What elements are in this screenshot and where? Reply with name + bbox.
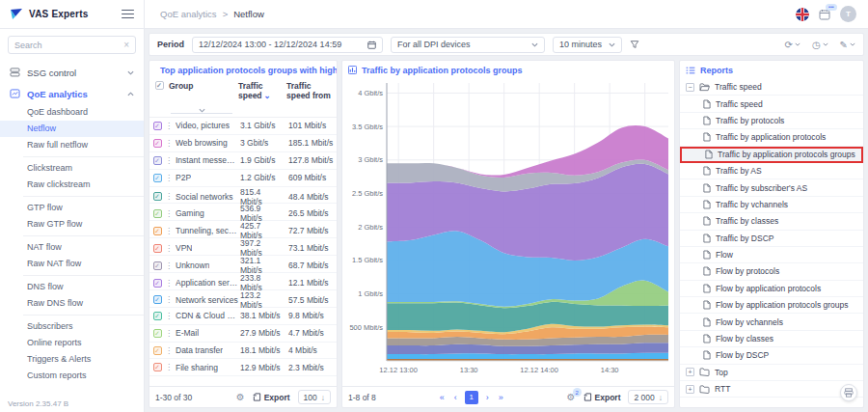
row-menu-kebab-icon[interactable]: ⋮ (165, 209, 173, 218)
row-menu-kebab-icon[interactable]: ⋮ (165, 244, 173, 253)
table-row-e-mail[interactable]: ✓⋮E-Mail27.9 Mbit/s4.7 Mbit/s (149, 325, 337, 343)
current-page-button[interactable]: 1 (465, 391, 478, 404)
column-header-speed[interactable]: Traffic speed⌄ (236, 81, 285, 100)
row-checkbox[interactable]: ✓ (153, 244, 162, 253)
row-checkbox[interactable]: ✓ (153, 295, 162, 304)
table-row-video-pictures[interactable]: ✓⋮Video, pictures3.1 Gbit/s101 Mbit/s (149, 118, 337, 135)
sort-descending-icon[interactable]: ⌄ (264, 91, 271, 100)
row-menu-kebab-icon[interactable]: ⋮ (165, 156, 173, 165)
report-item-traffic-by-protocols[interactable]: Traffic by protocols (680, 113, 863, 129)
report-item-traffic-by-dscp[interactable]: Traffic by DSCP (680, 231, 863, 247)
table-row-social-networks[interactable]: ✓⋮Social networks815.4 Mbit/s48.4 Mbit/s (149, 187, 337, 205)
breadcrumb-root[interactable]: QoE analytics (160, 9, 217, 19)
sidebar-item-dns-flow[interactable]: DNS flow (0, 279, 144, 295)
sidebar-item-online-reports[interactable]: Online reports (0, 335, 144, 351)
report-item-traffic-by-subscriber-s-as[interactable]: Traffic by subscriber's AS (680, 179, 863, 196)
row-checkbox[interactable]: ✓ (153, 209, 162, 218)
column-header-group[interactable]: Group (167, 81, 236, 91)
table-row-application-servers[interactable]: ✓⋮Application servers233.8 Mbit/s12.1 Mb… (149, 273, 337, 290)
search-clear-icon[interactable]: × (123, 40, 129, 50)
table-row-web-browsing[interactable]: ✓⋮Web browsing3 Gbit/s185.1 Mbit/s (149, 135, 337, 152)
table-row-instant-messengers[interactable]: ✓⋮Instant messengers1.9 Gbit/s127.8 Mbit… (149, 152, 337, 170)
sidebar-item-raw-clickstream[interactable]: Raw clickstream (0, 177, 144, 193)
report-item-flow-by-dscp[interactable]: Flow by DSCP (680, 347, 863, 364)
row-menu-kebab-icon[interactable]: ⋮ (165, 139, 173, 148)
row-checkbox[interactable]: ✓ (153, 156, 162, 165)
table-row-p2p[interactable]: ✓⋮P2P1.2 Gbit/s609 Mbit/s (149, 170, 337, 187)
report-item-flow-by-vchannels[interactable]: Flow by vchannels (680, 314, 863, 330)
report-item-flow[interactable]: Flow (680, 247, 863, 263)
language-flag-icon[interactable] (796, 8, 809, 21)
row-checkbox[interactable]: ✓ (153, 279, 162, 288)
report-item-traffic-by-as[interactable]: Traffic by AS (680, 163, 863, 179)
last-page-button[interactable]: » (497, 393, 505, 402)
report-item-traffic-by-application-protocols[interactable]: Traffic by application protocols (680, 129, 863, 146)
next-page-button[interactable]: › (484, 393, 491, 402)
table-row-cdn-cloud-services[interactable]: ✓⋮CDN & Cloud services38.1 Mbit/s9.8 Mbi… (149, 308, 337, 325)
row-menu-kebab-icon[interactable]: ⋮ (165, 122, 173, 130)
report-item-flow-by-classes[interactable]: Flow by classes (680, 331, 863, 347)
row-menu-kebab-icon[interactable]: ⋮ (165, 279, 173, 288)
sidebar-item-raw-dns-flow[interactable]: Raw DNS flow (0, 295, 144, 312)
chart-export-button[interactable]: Export (583, 393, 621, 402)
select-all-checkbox[interactable]: ✓ (155, 81, 164, 90)
row-menu-kebab-icon[interactable]: ⋮ (165, 295, 173, 304)
expand-icon[interactable]: + (686, 385, 694, 394)
row-checkbox[interactable]: ✓ (153, 192, 162, 201)
row-checkbox[interactable]: ✓ (153, 174, 162, 182)
column-header-speed-from[interactable]: Traffic speed from (285, 81, 335, 100)
row-checkbox[interactable]: ✓ (153, 227, 162, 235)
table-settings-gear-icon[interactable]: ⚙ (236, 392, 245, 402)
sidebar-item-triggers-alerts[interactable]: Triggers & Alerts (0, 351, 144, 368)
row-menu-kebab-icon[interactable]: ⋮ (165, 192, 173, 201)
refresh-dropdown[interactable]: ⟳ (784, 40, 800, 50)
table-row-gaming[interactable]: ✓⋮Gaming536.9 Mbit/s26.5 Mbit/s (149, 204, 337, 221)
report-item-traffic-by-classes[interactable]: Traffic by classes (680, 213, 863, 230)
collapse-icon[interactable]: − (686, 83, 694, 92)
date-range-input[interactable]: 12/12/2024 13:00 - 12/12/2024 14:59 (192, 37, 383, 53)
row-menu-kebab-icon[interactable]: ⋮ (165, 174, 173, 182)
row-checkbox[interactable]: ✓ (153, 363, 162, 371)
row-checkbox[interactable]: ✓ (153, 261, 162, 270)
report-item-flow-by-application-protocols[interactable]: Flow by application protocols (680, 281, 863, 297)
dpi-devices-select[interactable]: For all DPI devices (391, 37, 545, 53)
row-checkbox[interactable]: ✓ (153, 329, 162, 338)
row-menu-kebab-icon[interactable]: ⋮ (165, 227, 173, 235)
report-item-flow-by-protocols[interactable]: Flow by protocols (680, 263, 863, 280)
chart-page-size-select[interactable]: 2 000 ↓ (628, 390, 668, 404)
report-item-traffic-by-application-protocols-groups[interactable]: Traffic by application protocols groups (680, 147, 863, 163)
user-avatar[interactable]: T (840, 6, 856, 22)
chart-settings-gear-icon[interactable]: ⚙2 (567, 392, 576, 402)
interval-select[interactable]: 10 minutes (553, 37, 622, 53)
sidebar-section-qoe-analytics[interactable]: QoE analytics (0, 83, 144, 104)
sidebar-item-nat-flow[interactable]: NAT flow (0, 239, 144, 256)
row-checkbox[interactable]: ✓ (153, 346, 162, 355)
row-checkbox[interactable]: ✓ (153, 122, 162, 130)
table-row-tunneling-secure-ssl[interactable]: ✓⋮Tunneling, secure, ssl,425.7 Mbit/s72.… (149, 221, 337, 238)
notifications-icon[interactable]: ••• (819, 9, 830, 20)
table-page-size-select[interactable]: 100 ↓ (298, 390, 331, 404)
report-item-flow-by-application-protocols-groups[interactable]: Flow by application protocols groups (680, 297, 863, 314)
table-export-button[interactable]: Export (253, 393, 290, 402)
sidebar-item-qoe-dashboard[interactable]: QoE dashboard (0, 104, 144, 121)
row-menu-kebab-icon[interactable]: ⋮ (165, 329, 173, 338)
sidebar-search[interactable]: × (8, 36, 136, 54)
table-row-unknown[interactable]: ✓⋮Unknown321.1 Mbit/s68.7 Mbit/s (149, 256, 337, 273)
style-dropdown[interactable]: ✎ (840, 40, 855, 50)
first-page-button[interactable]: « (438, 393, 447, 402)
row-checkbox[interactable]: ✓ (153, 312, 162, 320)
timer-dropdown[interactable]: ◷ (812, 40, 828, 50)
sidebar-item-raw-full-netflow[interactable]: Raw full netflow (0, 137, 144, 153)
table-row-network-services[interactable]: ✓⋮Network services123.2 Mbit/s57.5 Mbit/… (149, 290, 337, 308)
print-button[interactable] (840, 384, 857, 401)
hamburger-menu-icon[interactable] (122, 7, 134, 21)
group-filter-input[interactable] (171, 102, 232, 114)
row-menu-kebab-icon[interactable]: ⋮ (165, 261, 173, 270)
sidebar-item-gtp-flow[interactable]: GTP flow (0, 200, 144, 216)
sidebar-item-raw-gtp-flow[interactable]: Raw GTP flow (0, 216, 144, 233)
row-menu-kebab-icon[interactable]: ⋮ (165, 363, 173, 371)
sidebar-item-raw-nat-flow[interactable]: Raw NAT flow (0, 256, 144, 272)
report-item-traffic-by-vchannels[interactable]: Traffic by vchannels (680, 197, 863, 213)
report-item-top[interactable]: +Top (680, 365, 863, 381)
row-menu-kebab-icon[interactable]: ⋮ (165, 346, 173, 355)
